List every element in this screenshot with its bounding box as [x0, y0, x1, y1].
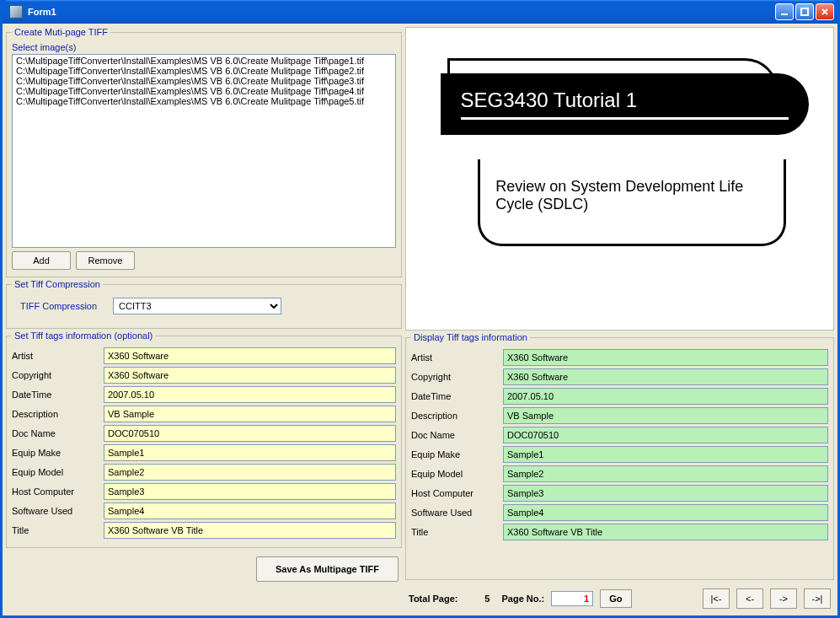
r-copyright-value: [503, 368, 828, 385]
artist-label: Artist: [12, 351, 100, 361]
titlebar: Form1: [3, 0, 837, 24]
create-group-title: Create Muti-page TIFF: [12, 27, 110, 37]
list-item[interactable]: C:\MultipageTiffConverter\Install\Exampl…: [13, 56, 394, 66]
close-button[interactable]: [816, 3, 834, 20]
add-button[interactable]: Add: [12, 251, 71, 270]
set-tags-group-title: Set Tiff tags information (optional): [12, 330, 155, 341]
r-equipmake-value: [503, 446, 828, 463]
app-icon: [9, 5, 23, 19]
softwareused-input[interactable]: [104, 502, 396, 519]
compression-label: TIFF Compression: [20, 301, 104, 311]
r-artist-label: Artist: [411, 352, 500, 363]
go-button[interactable]: Go: [600, 589, 631, 608]
r-datetime-value: [503, 388, 828, 405]
docname-label: Doc Name: [12, 428, 100, 438]
hostcomputer-input[interactable]: [104, 483, 396, 500]
next-page-button[interactable]: ->: [770, 588, 797, 609]
remove-button[interactable]: Remove: [76, 251, 135, 270]
docname-input[interactable]: [104, 425, 396, 442]
r-title-label: Title: [411, 527, 500, 537]
datetime-label: DateTime: [12, 390, 100, 400]
window-title: Form1: [28, 7, 775, 17]
pageno-label: Page No.:: [501, 594, 544, 604]
equipmodel-label: Equip Model: [12, 467, 100, 477]
svg-rect-1: [801, 8, 808, 15]
softwareused-label: Software Used: [12, 506, 100, 516]
create-group: Create Muti-page TIFF Select image(s) C:…: [6, 27, 402, 277]
pageno-input[interactable]: [551, 591, 593, 606]
maximize-button[interactable]: [795, 3, 814, 20]
datetime-input[interactable]: [104, 386, 396, 403]
r-softwareused-value: [503, 504, 828, 521]
list-item[interactable]: C:\MultipageTiffConverter\Install\Exampl…: [13, 66, 394, 76]
r-hostcomputer-value: [503, 485, 828, 502]
minimize-button[interactable]: [775, 3, 794, 20]
equipmake-input[interactable]: [104, 444, 396, 461]
hostcomputer-label: Host Computer: [12, 486, 100, 497]
compression-group-title: Set Tiff Compression: [12, 279, 103, 289]
description-input[interactable]: [104, 406, 396, 422]
r-description-value: [503, 407, 828, 424]
select-images-label: Select image(s): [12, 42, 396, 52]
compression-select[interactable]: CCITT3: [113, 298, 281, 314]
r-equipmake-label: Equip Make: [411, 449, 500, 459]
prev-page-button[interactable]: <-: [736, 588, 763, 609]
list-item[interactable]: C:\MultipageTiffConverter\Install\Exampl…: [13, 96, 394, 106]
description-label: Description: [12, 409, 100, 419]
preview-pane: SEG3430 Tutorial 1 Review on System Deve…: [405, 27, 834, 330]
display-tags-group-title: Display Tiff tags information: [411, 332, 530, 342]
r-title-value: [503, 524, 828, 540]
list-item[interactable]: C:\MultipageTiffConverter\Install\Exampl…: [13, 76, 394, 86]
copyright-input[interactable]: [104, 367, 396, 384]
title-input[interactable]: [104, 522, 396, 539]
display-tags-group: Display Tiff tags information Artist Cop…: [405, 332, 834, 580]
image-listbox[interactable]: C:\MultipageTiffConverter\Install\Exampl…: [12, 54, 396, 248]
preview-subtitle: Review on System Development Life Cycle …: [478, 159, 786, 246]
first-page-button[interactable]: |<-: [703, 588, 730, 609]
r-artist-value: [503, 349, 828, 366]
artist-input[interactable]: [104, 347, 396, 364]
save-button[interactable]: Save As Multipage TIFF: [256, 556, 399, 582]
r-docname-label: Doc Name: [411, 430, 500, 440]
r-hostcomputer-label: Host Computer: [411, 488, 500, 498]
equipmodel-input[interactable]: [104, 464, 396, 481]
preview-heading: SEG3430 Tutorial 1: [461, 89, 637, 111]
r-equipmodel-label: Equip Model: [411, 469, 500, 479]
title-label: Title: [12, 525, 100, 535]
r-datetime-label: DateTime: [411, 391, 500, 401]
set-tags-group: Set Tiff tags information (optional) Art…: [6, 330, 402, 548]
r-docname-value: [503, 427, 828, 443]
r-description-label: Description: [411, 411, 500, 421]
last-page-button[interactable]: ->|: [804, 588, 831, 609]
r-softwareused-label: Software Used: [411, 508, 500, 518]
total-page-label: Total Page:: [409, 594, 457, 604]
equipmake-label: Equip Make: [12, 448, 100, 458]
total-page-value: 5: [464, 594, 490, 604]
copyright-label: Copyright: [12, 370, 100, 380]
list-item[interactable]: C:\MultipageTiffConverter\Install\Exampl…: [13, 86, 394, 96]
r-copyright-label: Copyright: [411, 372, 500, 382]
compression-group: Set Tiff Compression TIFF Compression CC…: [6, 279, 402, 329]
r-equipmodel-value: [503, 465, 828, 482]
